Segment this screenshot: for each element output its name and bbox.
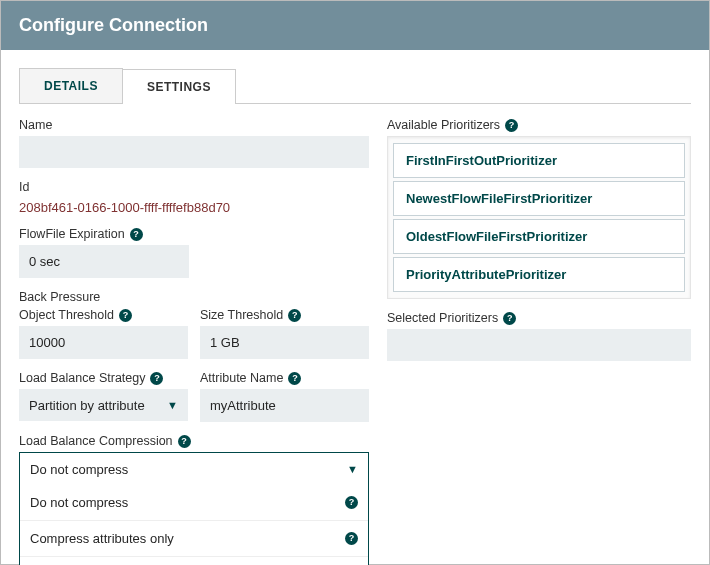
lb-compression-label: Load Balance Compression ? [19,434,369,448]
available-prioritizers-label: Available Prioritizers ? [387,118,691,132]
field-lb-compression: Load Balance Compression ? Do not compre… [19,434,369,565]
help-icon[interactable]: ? [119,309,132,322]
name-label: Name [19,118,369,132]
field-object-threshold: Object Threshold ? 10000 [19,308,188,359]
name-input[interactable] [19,136,369,168]
help-icon[interactable]: ? [505,119,518,132]
dialog-configure-connection: Configure Connection DETAILS SETTINGS Na… [0,0,710,565]
tab-details[interactable]: DETAILS [19,68,123,103]
left-column: Name Id 208bf461-0166-1000-ffff-ffffefb8… [19,118,369,565]
help-icon[interactable]: ? [288,372,301,385]
id-label: Id [19,180,369,194]
field-selected-prioritizers: Selected Prioritizers ? [387,311,691,361]
available-prioritizers-list: FirstInFirstOutPrioritizer NewestFlowFil… [387,136,691,299]
lb-compression-option[interactable]: Do not compress ? [20,485,368,520]
selected-prioritizers-list[interactable] [387,329,691,361]
field-back-pressure: Back Pressure [19,290,369,304]
field-attribute-name: Attribute Name ? myAttribute [200,371,369,422]
selected-prioritizers-label: Selected Prioritizers ? [387,311,691,325]
prioritizer-item[interactable]: OldestFlowFileFirstPrioritizer [393,219,685,254]
field-size-threshold: Size Threshold ? 1 GB [200,308,369,359]
right-column: Available Prioritizers ? FirstInFirstOut… [387,118,691,565]
lb-strategy-label: Load Balance Strategy ? [19,371,188,385]
field-name: Name [19,118,369,168]
help-icon[interactable]: ? [345,496,358,509]
lb-compression-option[interactable]: Compress attributes and content ? [20,556,368,565]
attribute-name-input[interactable]: myAttribute [200,389,369,422]
help-icon[interactable]: ? [130,228,143,241]
help-icon[interactable]: ? [503,312,516,325]
help-icon[interactable]: ? [288,309,301,322]
dialog-body: DETAILS SETTINGS Name Id 208bf461-0166-1… [1,50,709,565]
prioritizer-item[interactable]: PriorityAttributePrioritizer [393,257,685,292]
id-value: 208bf461-0166-1000-ffff-ffffefb88d70 [19,198,369,215]
field-flowfile-expiration: FlowFile Expiration ? 0 sec [19,227,189,278]
chevron-down-icon: ▼ [167,399,178,411]
flowfile-expiration-input[interactable]: 0 sec [19,245,189,278]
lb-compression-selected[interactable]: Do not compress ▼ [20,453,368,485]
attribute-name-label: Attribute Name ? [200,371,369,385]
help-icon[interactable]: ? [178,435,191,448]
tabs: DETAILS SETTINGS [19,68,691,104]
help-icon[interactable]: ? [345,532,358,545]
object-threshold-label: Object Threshold ? [19,308,188,322]
prioritizer-item[interactable]: NewestFlowFileFirstPrioritizer [393,181,685,216]
help-icon[interactable]: ? [150,372,163,385]
flowfile-expiration-label: FlowFile Expiration ? [19,227,189,241]
prioritizer-item[interactable]: FirstInFirstOutPrioritizer [393,143,685,178]
size-threshold-label: Size Threshold ? [200,308,369,322]
size-threshold-input[interactable]: 1 GB [200,326,369,359]
field-id: Id 208bf461-0166-1000-ffff-ffffefb88d70 [19,180,369,215]
lb-compression-option[interactable]: Compress attributes only ? [20,520,368,556]
settings-content: Name Id 208bf461-0166-1000-ffff-ffffefb8… [19,104,691,565]
field-lb-strategy: Load Balance Strategy ? Partition by att… [19,371,188,422]
chevron-down-icon: ▼ [347,463,358,475]
lb-strategy-select[interactable]: Partition by attribute ▼ [19,389,188,421]
back-pressure-label: Back Pressure [19,290,369,304]
lb-compression-select[interactable]: Do not compress ▼ Do not compress ? Comp… [19,452,369,565]
dialog-title: Configure Connection [1,1,709,50]
tab-settings[interactable]: SETTINGS [122,69,236,104]
object-threshold-input[interactable]: 10000 [19,326,188,359]
field-available-prioritizers: Available Prioritizers ? FirstInFirstOut… [387,118,691,299]
